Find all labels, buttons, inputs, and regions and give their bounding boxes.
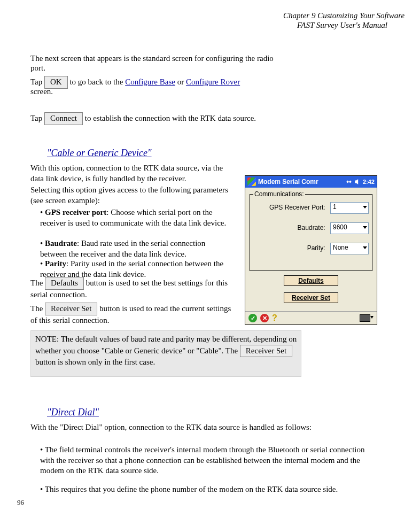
receiver-set-button-ref: Receiver Set [45, 303, 97, 315]
cable-body1: With this option, connection to the RTK … [30, 163, 234, 184]
goback-text: to go back to the [69, 78, 125, 86]
section-header: FAST Survey User's Manual [297, 20, 387, 31]
link-configure-rover[interactable]: Configure Rover [186, 78, 240, 86]
row-port: GPS Receiver Port: 1 [250, 202, 369, 214]
note-text: NOTE: The default values of baud rate an… [35, 334, 297, 368]
note-receiver-set-ref: Receiver Set [240, 345, 292, 358]
connect-rest: to establish the connection with the RTK… [85, 114, 256, 122]
bullet-baud: • Baudrate: Baud rate used in the serial… [40, 238, 232, 259]
page-number: 96 [17, 498, 24, 507]
screen-text: screen. [30, 87, 53, 97]
connect-button-ref: Connect [44, 112, 83, 125]
keyboard-icon[interactable] [360, 314, 374, 322]
section-title-cable: "Cable or Generic Device" [47, 147, 152, 159]
tap-text: Tap [30, 78, 44, 86]
dropdown-port[interactable]: 1 [330, 202, 369, 214]
label-baud: Baudrate: [298, 224, 325, 231]
row-baud: Baudrate: 9600 [250, 222, 369, 234]
bottom-bar: ✓ ✕ ? [245, 311, 377, 324]
bullet-port: • GPS receiver port: Choose which serial… [40, 207, 232, 228]
dropdown-baud[interactable]: 9600 [330, 222, 369, 234]
tap2-text: Tap [30, 114, 44, 122]
cable-body2: Selecting this option gives access to th… [30, 185, 234, 206]
clock-time: 2:42 [363, 179, 375, 185]
communications-groupbox: Communications: GPS Receiver Port: 1 Bau… [250, 194, 372, 271]
titlebar-icons: 2:42 [346, 176, 375, 188]
intro-text-2: port. [30, 63, 45, 74]
defaults-line: The Defaults button is used to set the b… [30, 277, 234, 300]
dropdown-parity[interactable]: None [330, 243, 369, 254]
connectivity-icon [346, 179, 352, 185]
defaults-button[interactable]: Defaults [284, 275, 338, 286]
or-text: or [177, 78, 186, 86]
intro-text: The next screen that appears is the stan… [30, 53, 298, 64]
titlebar: Modem Serial Comr 2:42 [245, 176, 377, 188]
defaults-button-ref: Defaults [45, 277, 84, 290]
chapter-header: Chapter 9 Customizing Your Software [283, 11, 405, 21]
note-block: NOTE: The default values of baud rate an… [30, 330, 301, 377]
label-port: GPS Receiver Port: [269, 204, 325, 211]
directdial-body: With the "Direct Dial" option, connectio… [30, 422, 351, 433]
mock-window: Modem Serial Comr 2:42 Communications: G… [245, 175, 377, 325]
section-title-directdial: "Direct Dial" [47, 406, 99, 419]
receiverset-line: The Receiver Set button is used to read … [30, 303, 234, 326]
help-icon[interactable]: ? [272, 313, 277, 323]
start-flag-icon[interactable] [247, 177, 256, 186]
label-parity: Parity: [307, 244, 325, 252]
link-configure-base[interactable]: Configure Base [125, 78, 175, 86]
dd-bullet1: • The field terminal controls the receiv… [40, 445, 371, 476]
receiver-set-button[interactable]: Receiver Set [284, 292, 338, 303]
group-label: Communications: [253, 190, 305, 198]
row-parity: Parity: None [250, 243, 369, 254]
tap-ok-line: Tap OK to go back to the Configure Base … [30, 76, 240, 89]
ok-icon[interactable]: ✓ [248, 314, 257, 322]
dd-bullet2: • This requires that you define the phon… [40, 484, 371, 495]
tap-connect-line: Tap Connect to establish the connection … [30, 112, 256, 125]
window-title: Modem Serial Comr [258, 178, 318, 186]
speaker-icon[interactable] [354, 179, 361, 185]
cancel-icon[interactable]: ✕ [260, 314, 269, 322]
intro-line1: The next screen that appears is the stan… [30, 54, 274, 63]
